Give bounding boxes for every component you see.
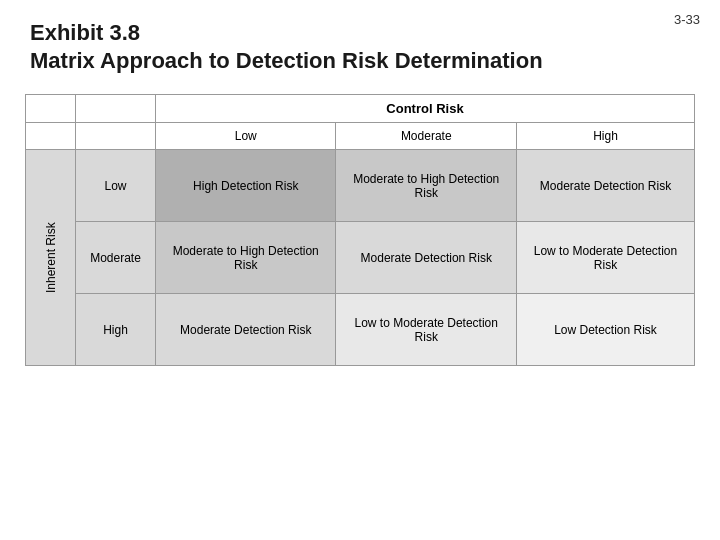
cell-mod-moderate: Moderate Detection Risk <box>336 222 516 294</box>
col-header-high: High <box>516 123 694 150</box>
cell-high-low: Moderate Detection Risk <box>156 294 336 366</box>
page-number: 3-33 <box>674 12 700 27</box>
exhibit-title: Exhibit 3.8 <box>30 20 690 46</box>
control-risk-header: Control Risk <box>156 95 695 123</box>
col-header-low: Low <box>156 123 336 150</box>
cell-low-low: High Detection Risk <box>156 150 336 222</box>
empty-topleft-2 <box>76 95 156 123</box>
row-level-high: High <box>76 294 156 366</box>
cell-mod-high: Low to Moderate Detection Risk <box>516 222 694 294</box>
empty-topleft-1 <box>26 95 76 123</box>
table-wrapper: Control Risk Low Moderate High Inherent … <box>0 84 720 376</box>
empty-sub-2 <box>76 123 156 150</box>
row-level-low: Low <box>76 150 156 222</box>
control-risk-header-row: Control Risk <box>26 95 695 123</box>
row-level-moderate: Moderate <box>76 222 156 294</box>
cell-high-high: Low Detection Risk <box>516 294 694 366</box>
cell-low-moderate: Moderate to High Detection Risk <box>336 150 516 222</box>
cell-low-high: Moderate Detection Risk <box>516 150 694 222</box>
data-row-high: High Moderate Detection Risk Low to Mode… <box>26 294 695 366</box>
data-row-low: Inherent Risk Low High Detection Risk Mo… <box>26 150 695 222</box>
column-headers-row: Low Moderate High <box>26 123 695 150</box>
col-header-moderate: Moderate <box>336 123 516 150</box>
inherent-risk-label: Inherent Risk <box>26 150 76 366</box>
data-row-moderate: Moderate Moderate to High Detection Risk… <box>26 222 695 294</box>
cell-high-moderate: Low to Moderate Detection Risk <box>336 294 516 366</box>
cell-mod-low: Moderate to High Detection Risk <box>156 222 336 294</box>
header: Exhibit 3.8 Matrix Approach to Detection… <box>0 0 720 84</box>
exhibit-subtitle: Matrix Approach to Detection Risk Determ… <box>30 48 690 74</box>
empty-sub-1 <box>26 123 76 150</box>
risk-matrix-table: Control Risk Low Moderate High Inherent … <box>25 94 695 366</box>
